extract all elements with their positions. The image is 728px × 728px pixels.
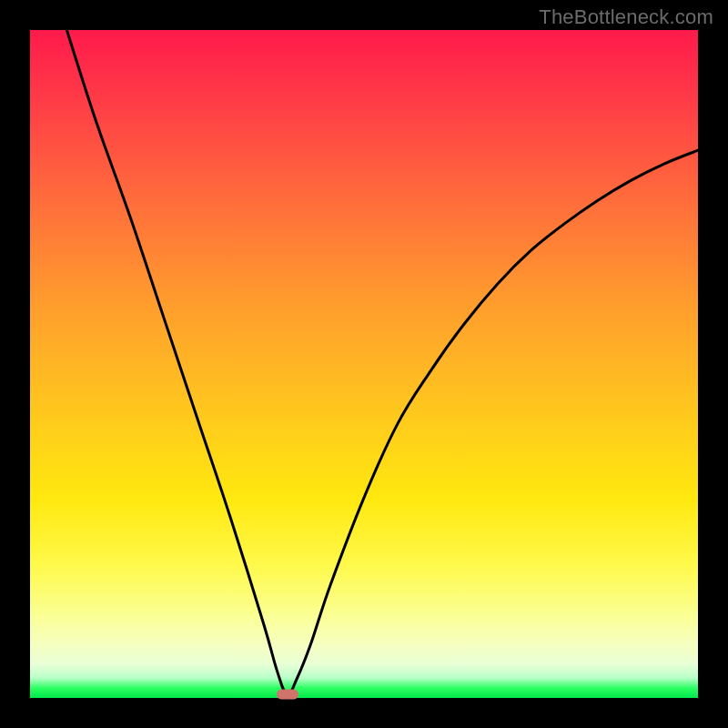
chart-frame: TheBottleneck.com [0, 0, 728, 728]
watermark-text: TheBottleneck.com [539, 5, 713, 29]
plot-area [30, 30, 698, 698]
curve-svg [30, 30, 698, 698]
minimum-marker [277, 690, 298, 700]
bottleneck-curve [66, 30, 698, 694]
